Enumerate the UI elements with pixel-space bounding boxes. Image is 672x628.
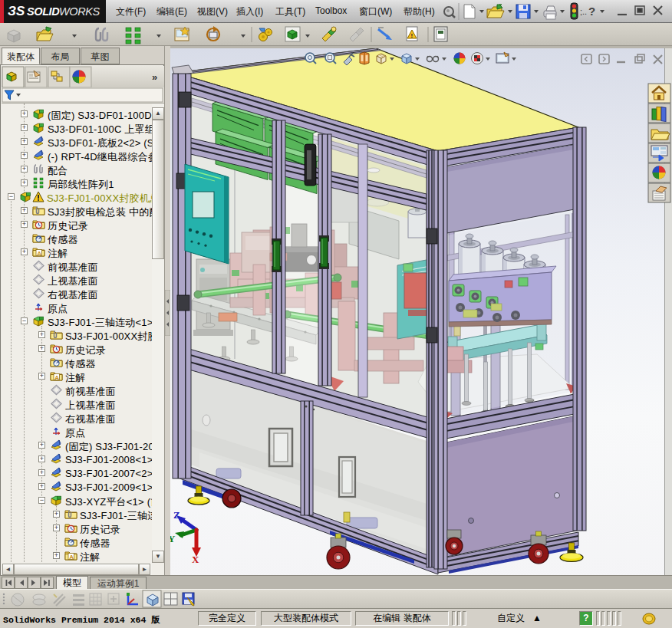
svg-text:!: ! <box>411 32 413 39</box>
svg-text:?: ? <box>588 5 595 18</box>
svg-text:ЗS: ЗS <box>8 4 25 18</box>
svg-text:Y: Y <box>170 533 176 544</box>
svg-text:SOLID: SOLID <box>27 5 60 18</box>
svg-text:;..: ;.. <box>580 7 587 16</box>
svg-text:X: X <box>192 554 199 565</box>
svg-text:Z: Z <box>173 509 180 521</box>
svg-text:»: » <box>152 71 157 83</box>
svg-text:WORKS: WORKS <box>59 5 100 18</box>
